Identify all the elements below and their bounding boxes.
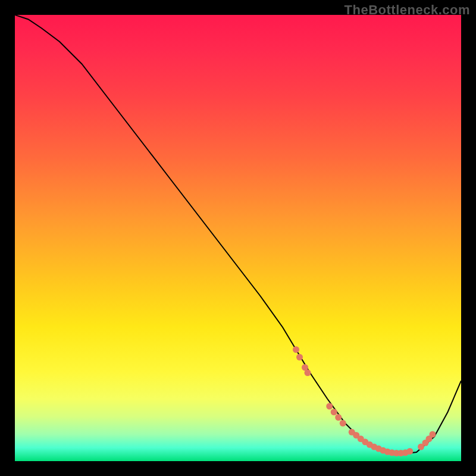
trough-marker [331,409,337,415]
trough-marker [305,369,311,376]
trough-marker [293,346,299,353]
curve-svg [15,15,461,461]
trough-marker [326,403,333,409]
trough-marker [430,431,436,438]
trough-marker [335,414,342,421]
trough-marker [340,420,346,427]
trough-markers-group [293,346,436,456]
watermark-text: TheBottleneck.com [345,2,470,18]
trough-marker [406,448,413,455]
trough-marker [296,354,303,361]
chart-frame: TheBottleneck.com [0,0,476,476]
plot-area [15,15,461,461]
bottleneck-curve [15,15,461,455]
